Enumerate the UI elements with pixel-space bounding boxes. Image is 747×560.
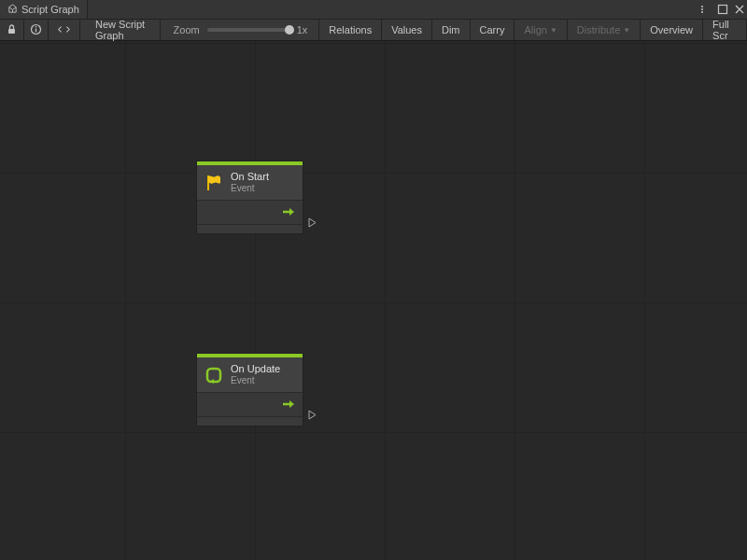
node-title: On Update: [231, 363, 280, 375]
zoom-control: Zoom 1x: [161, 20, 320, 40]
overview-button[interactable]: Overview: [641, 20, 703, 40]
svg-rect-3: [719, 6, 727, 14]
code-button[interactable]: [49, 20, 80, 40]
zoom-slider-thumb[interactable]: [285, 25, 294, 35]
output-arrow-icon: [282, 399, 297, 412]
node-on-start[interactable]: On Start Event: [196, 161, 303, 234]
distribute-button[interactable]: Distribute▼: [568, 20, 641, 40]
node-header: On Start Event: [197, 165, 303, 200]
svg-point-2: [701, 11, 703, 13]
lock-icon: [6, 23, 18, 37]
window-controls: [700, 0, 745, 19]
fullscreen-button[interactable]: Full Scr: [703, 20, 747, 40]
zoom-label: Zoom: [174, 24, 200, 35]
align-button[interactable]: Align▼: [514, 20, 567, 40]
zoom-value: 1x: [297, 24, 308, 35]
node-footer: [197, 224, 303, 233]
output-arrow-icon: [282, 206, 297, 219]
tab-bar: Script Graph: [0, 0, 747, 19]
flow-output-port[interactable]: [307, 410, 317, 420]
svg-rect-7: [35, 26, 36, 27]
chevron-down-icon: ▼: [623, 26, 630, 35]
tab-title: Script Graph: [21, 4, 79, 15]
node-footer: [197, 416, 303, 426]
info-button[interactable]: [24, 20, 49, 40]
relations-button[interactable]: Relations: [319, 20, 382, 40]
tab-script-graph[interactable]: Script Graph: [0, 0, 88, 19]
node-output-row: [197, 200, 303, 224]
code-icon: [58, 23, 70, 37]
menu-icon[interactable]: [700, 4, 712, 15]
node-on-update[interactable]: On Update Event: [196, 353, 303, 427]
maximize-icon[interactable]: [717, 4, 728, 15]
new-graph-breadcrumb[interactable]: New Script Graph: [80, 20, 161, 40]
dim-button[interactable]: Dim: [432, 20, 471, 40]
graph-canvas[interactable]: On Start Event On Update Event: [0, 41, 747, 560]
flag-icon: [204, 174, 223, 192]
loop-icon: [204, 366, 223, 385]
flow-output-port[interactable]: [307, 217, 317, 228]
toolbar: New Script Graph Zoom 1x Relations Value…: [0, 19, 747, 41]
values-button[interactable]: Values: [382, 20, 432, 40]
node-header: On Update Event: [197, 357, 303, 392]
svg-rect-4: [8, 29, 15, 34]
node-subtitle: Event: [231, 375, 280, 386]
svg-point-1: [701, 8, 703, 10]
chevron-down-icon: ▼: [550, 26, 557, 35]
svg-rect-6: [35, 28, 36, 32]
lock-button[interactable]: [0, 20, 24, 40]
carry-button[interactable]: Carry: [471, 20, 515, 40]
graph-icon: [7, 4, 18, 16]
close-icon[interactable]: [734, 4, 745, 15]
info-icon: [30, 23, 42, 37]
node-subtitle: Event: [231, 183, 269, 194]
new-graph-label: New Script Graph: [95, 19, 150, 41]
node-output-row: [197, 392, 303, 416]
zoom-slider[interactable]: [207, 28, 289, 32]
node-title: On Start: [231, 171, 269, 183]
svg-point-0: [701, 6, 703, 7]
